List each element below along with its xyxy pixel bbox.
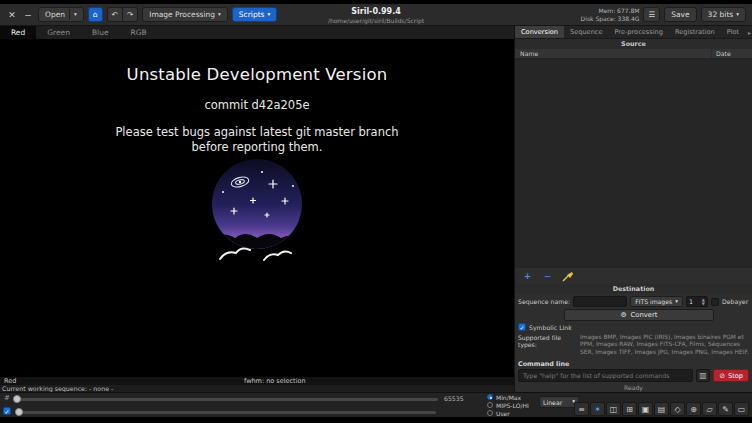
symbolic-link-checkbox[interactable]: ✓: [518, 323, 526, 331]
chevron-down-icon: ▾: [74, 12, 77, 18]
tab-conversion[interactable]: Conversion: [515, 26, 564, 38]
chevron-down-icon: ▾: [218, 12, 221, 18]
save-label: Save: [671, 10, 689, 19]
add-files-button[interactable]: +: [519, 270, 536, 283]
command-line-input[interactable]: [518, 369, 693, 382]
hamburger-icon: ☰: [648, 10, 655, 19]
snapshot-icon: ▭: [738, 405, 746, 414]
chevron-down-icon: ▾: [268, 12, 271, 18]
symbolic-link-label: Symbolic Link: [529, 324, 572, 331]
clear-list-button[interactable]: [559, 270, 576, 283]
save-button[interactable]: Save: [664, 7, 696, 22]
minimize-icon[interactable]: −: [22, 10, 34, 20]
splash-message-line2: before reporting them.: [0, 140, 514, 155]
file-list-actions: + −: [515, 268, 752, 284]
snapshot-button[interactable]: ▭: [734, 402, 749, 416]
disk-space: Disk Space: 338.4G: [581, 15, 640, 23]
column-name[interactable]: Name: [515, 49, 712, 58]
screen: { "titlebar": { "title": "Siril-0.99.4",…: [0, 0, 752, 423]
chevron-down-icon: ▾: [736, 12, 739, 18]
scripts-menu[interactable]: Scripts ▾: [232, 7, 277, 22]
hi-slider-handle[interactable]: [13, 395, 21, 403]
stop-button[interactable]: ⊘ Stop: [713, 369, 749, 382]
tab-overflow-button[interactable]: ▸: [745, 26, 752, 38]
close-icon[interactable]: ✕: [6, 10, 18, 20]
output-format-select[interactable]: FITS images ▾: [630, 296, 683, 307]
convert-row: ⚙ Convert: [518, 309, 749, 321]
minmax-label: Min/Max: [496, 394, 521, 401]
broom-icon: [562, 271, 574, 282]
open-button[interactable]: Open ▾: [38, 7, 84, 22]
image-canvas[interactable]: Unstable Development Version commit d42a…: [0, 40, 514, 377]
hamburger-menu-tool-button[interactable]: ≡: [574, 402, 589, 416]
stretch-mode-select[interactable]: Linear ▾: [539, 396, 579, 408]
geometry-icon: ◇: [674, 405, 680, 414]
destination-section-header: Destination: [515, 284, 752, 294]
spinner-arrows-icon: ▲▼: [702, 298, 705, 305]
output-format-value: FITS images: [635, 298, 672, 305]
source-section-header: Source: [515, 39, 752, 49]
hi-cutoff-icon: #: [4, 394, 10, 402]
sequence-name-row: Sequence name: FITS images ▾ 1 ▲▼ Debaye…: [518, 296, 749, 307]
tab-red[interactable]: Red: [0, 26, 36, 39]
open-label: Open: [45, 10, 65, 19]
splash-title: Unstable Development Version: [0, 65, 514, 84]
tab-green[interactable]: Green: [36, 26, 81, 39]
convert-icon: ⚙: [621, 311, 627, 319]
tab-registration[interactable]: Registration: [669, 26, 721, 38]
debayer-checkbox[interactable]: [711, 298, 719, 306]
sequence-info: Current working sequence: - none -: [2, 385, 113, 392]
pixel-grid-button[interactable]: ⊞: [622, 402, 637, 416]
sequence-name-label: Sequence name:: [518, 298, 570, 305]
right-panel: Conversion Sequence Pre-processing Regis…: [514, 26, 752, 392]
bit-depth-select[interactable]: 32 bits ▾: [701, 7, 746, 22]
annotate-button[interactable]: ✎: [718, 402, 733, 416]
siril-logo-graphic: [207, 158, 307, 264]
hamburger-menu-button[interactable]: ☰: [643, 7, 660, 22]
display-mode-minmax[interactable]: Min/Max: [487, 393, 529, 401]
fwhm-status: fwhm: no selection: [244, 377, 306, 385]
tab-sequence[interactable]: Sequence: [564, 26, 609, 38]
tab-rgb[interactable]: RGB: [120, 26, 158, 39]
metadata-icon: ▣: [642, 405, 650, 414]
metadata-button[interactable]: ▣: [638, 402, 653, 416]
geometry-button[interactable]: ◇: [670, 402, 685, 416]
hi-cutoff-slider[interactable]: [14, 398, 438, 401]
undo-button[interactable]: ↶: [107, 7, 123, 22]
tab-plot[interactable]: Plot: [721, 26, 745, 38]
lo-cutoff-slider[interactable]: [16, 411, 436, 414]
hi-cutoff-value: 65535: [444, 395, 464, 402]
redo-button[interactable]: ↷: [123, 7, 138, 22]
image-compare-button[interactable]: ◫: [606, 402, 621, 416]
debayer-label: Debayer: [722, 298, 748, 305]
source-file-list[interactable]: [515, 59, 752, 268]
home-button[interactable]: ⌂: [88, 7, 103, 22]
mips-label: MIPS-LO/HI: [496, 402, 529, 409]
layers-icon: ▤: [658, 405, 666, 414]
channel-tab-bar: Red Green Blue RGB: [0, 26, 514, 40]
lo-slider-handle[interactable]: [15, 408, 23, 416]
photometry-button[interactable]: ⊕: [686, 402, 701, 416]
display-mode-user[interactable]: User: [487, 409, 529, 417]
supported-types-label: Supported file types:: [518, 334, 576, 348]
resource-stats: Mem: 677.8M Disk Space: 338.4G: [581, 7, 640, 22]
tab-blue[interactable]: Blue: [81, 26, 120, 39]
sequence-name-input[interactable]: [573, 296, 627, 307]
convert-button[interactable]: ⚙ Convert: [564, 309, 714, 321]
stop-label: Stop: [728, 372, 743, 380]
remove-files-button[interactable]: −: [539, 270, 556, 283]
stretch-mode-value: Linear: [543, 399, 562, 406]
layers-button[interactable]: ▤: [654, 402, 669, 416]
minus-icon: −: [544, 271, 552, 281]
display-mode-mips[interactable]: MIPS-LO/HI: [487, 401, 529, 409]
supported-types-row: Supported file types: Images BMP, Images…: [518, 334, 749, 356]
histogram-button[interactable]: ▱: [702, 402, 717, 416]
image-compare-icon: ◫: [610, 405, 618, 414]
column-date[interactable]: Date: [712, 49, 752, 58]
cutoff-link-checkbox[interactable]: ✓: [3, 407, 11, 415]
console-log-button[interactable]: ▥: [696, 369, 710, 382]
start-index-spinner[interactable]: 1 ▲▼: [686, 296, 708, 307]
image-processing-menu[interactable]: Image Processing ▾: [142, 7, 228, 22]
tab-pre-processing[interactable]: Pre-processing: [609, 26, 669, 38]
star-psf-button[interactable]: ✶: [590, 402, 605, 416]
